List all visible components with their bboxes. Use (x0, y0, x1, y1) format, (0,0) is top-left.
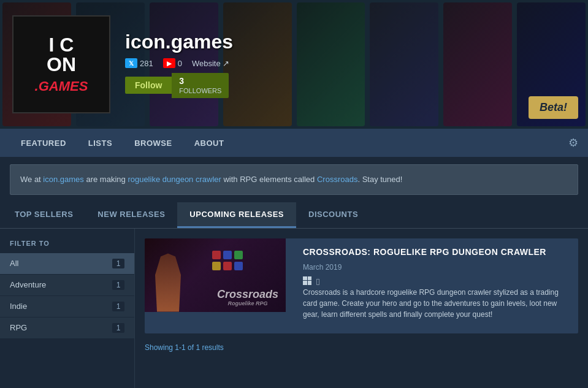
crossroads-thumbnail: CrossroadsRoguelike RPG (145, 238, 286, 312)
settings-icon[interactable]: ⚙ (568, 136, 578, 150)
win-quad-br (308, 281, 312, 285)
nav-lists[interactable]: LISTS (77, 129, 123, 157)
crossroads-logo-text: CrossroadsRoguelike RPG (217, 289, 278, 307)
game-title-row: CROSSROADS: ROGUELIKE RPG DUNGEON CRAWLE… (303, 247, 571, 272)
banner-content: I CON.GAMES icon.games 𝕏 281 ▶ 0 Website… (0, 0, 588, 129)
youtube-icon: ▶ (163, 58, 175, 68)
follow-button[interactable]: Follow (125, 77, 172, 94)
die-red (212, 251, 221, 259)
twitter-icon: 𝕏 (125, 58, 137, 68)
character-silhouette (150, 251, 186, 312)
followers-badge: 3 FOLLOWERS (172, 73, 229, 97)
tab-upcoming-releases[interactable]: UPCOMING RELEASES (177, 202, 296, 228)
desc-mid: are making (84, 175, 128, 184)
desc-mid2: with RPG elements called (221, 175, 317, 184)
beta-badge[interactable]: Beta! (529, 96, 578, 119)
crossroads-logo-sub: Roguelike RPG (217, 301, 278, 307)
desc-highlight1: icon.games (43, 175, 83, 184)
desc-pre: We at (20, 175, 43, 184)
publisher-info: icon.games 𝕏 281 ▶ 0 Website ↗ Follow 3 (125, 31, 233, 97)
filter-all-count: 1 (112, 259, 124, 268)
filter-indie-label: Indie (10, 302, 27, 311)
die-blue2 (234, 262, 243, 270)
filter-rpg[interactable]: RPG 1 (0, 318, 134, 339)
filter-all[interactable]: All 1 (0, 253, 134, 275)
platform-icons:  (303, 276, 571, 287)
nav-bar: FEATURED LISTS BROWSE ABOUT ⚙ (0, 129, 588, 157)
website-link[interactable]: Website ↗ (192, 59, 229, 68)
logo-text: I CON.GAMES (35, 35, 88, 94)
youtube-item[interactable]: ▶ 0 (163, 58, 182, 68)
filter-rpg-count: 1 (112, 323, 124, 333)
die-yellow (212, 262, 221, 270)
twitter-item[interactable]: 𝕏 281 (125, 58, 153, 68)
game-info: CROSSROADS: ROGUELIKE RPG DUNGEON CRAWLE… (296, 238, 578, 333)
filter-all-label: All (10, 259, 18, 268)
nav-browse[interactable]: BROWSE (123, 129, 183, 157)
youtube-count: 0 (178, 59, 182, 68)
filter-title: FILTER TO (0, 236, 134, 253)
follow-row: Follow 3 FOLLOWERS (125, 73, 233, 97)
filter-adventure-count: 1 (112, 280, 124, 290)
desc-post: . Stay tuned! (357, 175, 402, 184)
game-title: CROSSROADS: ROGUELIKE RPG DUNGEON CRAWLE… (303, 247, 546, 257)
publisher-logo: I CON.GAMES (12, 15, 110, 113)
win-quad-tl (303, 276, 307, 281)
die-blue (223, 251, 232, 259)
filter-adventure[interactable]: Adventure 1 (0, 275, 134, 296)
tab-top-sellers[interactable]: TOP SELLERS (2, 202, 85, 228)
die-red2 (223, 262, 232, 270)
twitter-count: 281 (140, 59, 153, 68)
nav-featured[interactable]: FEATURED (10, 129, 77, 157)
filter-adventure-label: Adventure (10, 280, 46, 289)
mac-icon:  (316, 276, 319, 287)
followers-label: FOLLOWERS (179, 87, 221, 94)
social-row: 𝕏 281 ▶ 0 Website ↗ (125, 58, 233, 68)
windows-icon (303, 276, 311, 285)
description-bar: We at icon.games are making roguelike du… (10, 164, 578, 195)
tab-new-releases[interactable]: NEW RELEASES (85, 202, 177, 228)
desc-highlight3: Crossroads (317, 175, 357, 184)
game-thumbnail: CrossroadsRoguelike RPG (145, 238, 286, 312)
results-text: Showing 1-1 of 1 results (145, 341, 578, 354)
game-description: Crossroads is a hardcore roguelike RPG d… (303, 287, 571, 320)
game-list: CrossroadsRoguelike RPG CROSSROADS: ROGU… (135, 229, 588, 389)
nav-about[interactable]: ABOUT (183, 129, 235, 157)
game-release-date: March 2019 (303, 263, 342, 272)
filter-indie[interactable]: Indie 1 (0, 296, 134, 318)
main-content: FILTER TO All 1 Adventure 1 Indie 1 RPG … (0, 229, 588, 389)
die-green (234, 251, 243, 259)
banner: I CON.GAMES icon.games 𝕏 281 ▶ 0 Website… (0, 0, 588, 129)
win-quad-bl (303, 281, 307, 285)
tab-discounts[interactable]: DISCOUNTS (296, 202, 370, 228)
sidebar: FILTER TO All 1 Adventure 1 Indie 1 RPG … (0, 229, 135, 389)
desc-highlight2: roguelike dungeon crawler (128, 175, 221, 184)
dice-scatter (212, 251, 249, 270)
publisher-name: icon.games (125, 31, 233, 53)
followers-count: 3 (179, 75, 221, 86)
tabs-row: TOP SELLERS NEW RELEASES UPCOMING RELEAS… (0, 202, 588, 229)
win-quad-tr (308, 276, 312, 281)
game-item[interactable]: CrossroadsRoguelike RPG CROSSROADS: ROGU… (145, 238, 578, 333)
filter-rpg-label: RPG (10, 323, 27, 332)
logo-games-text: .GAMES (35, 78, 88, 94)
website-label: Website (192, 59, 221, 68)
filter-indie-count: 1 (112, 302, 124, 311)
